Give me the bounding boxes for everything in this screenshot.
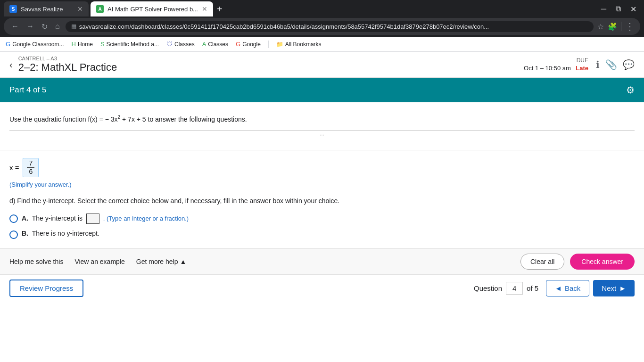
question-number-box: 4 [506, 282, 523, 295]
new-tab-button[interactable]: + [217, 4, 223, 15]
browser-chrome: S Savvas Realize ✕ A AI Math GPT Solver … [0, 0, 644, 52]
question-text: Use the quadratic function f(x) = − 3x2 … [9, 114, 635, 124]
option-b-row: B. There is no y-intercept. [9, 230, 635, 239]
sci-method-icon: S [100, 41, 105, 48]
bookmark-classes-1[interactable]: 🛡 Classes [166, 41, 195, 48]
next-label: Next [602, 284, 616, 292]
bookmark-google-classroom[interactable]: G Google Classroom... [6, 41, 64, 48]
google-classroom-icon: G [6, 41, 10, 48]
savvas-favicon: S [9, 5, 17, 13]
simplify-note: (Simplify your answer.) [9, 181, 635, 188]
answer-input[interactable] [86, 214, 99, 224]
back-label: Back [565, 284, 580, 292]
bookmark-google[interactable]: G Google [236, 41, 261, 48]
all-bookmarks-button[interactable]: 📁 All Bookmarks [276, 41, 322, 48]
classes2-icon: A [202, 41, 206, 48]
close-window-button[interactable]: ✕ [627, 5, 640, 14]
reload-button[interactable]: ↻ [40, 21, 50, 32]
header-left: ‹ CANTRELL – A3 2–2: MathXL Practice [9, 56, 117, 74]
tab-ai-math-close[interactable]: ✕ [202, 5, 207, 13]
clear-all-button[interactable]: Clear all [520, 254, 564, 270]
app-footer: Review Progress Question 4 of 5 ◄ Back N… [0, 274, 644, 302]
assignment-back-button[interactable]: ‹ [9, 59, 13, 70]
bottom-toolbar: Help me solve this View an example Get m… [0, 248, 644, 274]
app-header: ‹ CANTRELL – A3 2–2: MathXL Practice DUE… [0, 52, 644, 78]
class-label: CANTRELL – A3 [18, 56, 117, 61]
nav-buttons: ◄ Back Next ► [546, 280, 635, 296]
option-b-radio[interactable] [9, 230, 18, 239]
fraction-numerator: 7 [27, 159, 34, 168]
assignment-title: 2–2: MathXL Practice [18, 61, 117, 74]
home-bm-icon: H [72, 41, 76, 48]
question-counter: Question 4 of 5 [474, 282, 538, 295]
question-divider [9, 130, 635, 131]
bookmarks-separator [268, 41, 269, 48]
tab-savvas-close[interactable]: ✕ [77, 5, 83, 13]
check-answer-button[interactable]: Check answer [570, 254, 635, 270]
extensions-button[interactable]: 🧩 [608, 22, 617, 31]
browser-menu-button[interactable]: ⋮ [625, 21, 635, 32]
minimize-button[interactable]: ─ [597, 5, 610, 14]
due-label: DUE [524, 57, 588, 64]
toolbar-divider [621, 22, 621, 31]
tab-ai-math-label: AI Math GPT Solver Powered b... [107, 6, 198, 13]
header-right: DUE Oct 1 – 10:50 am Late ℹ 📎 💬 [524, 57, 635, 72]
sub-question-text: d) Find the y-intercept. Select the corr… [9, 196, 635, 206]
bookmark-classes-2[interactable]: A Classes [202, 41, 228, 48]
part-title: Part 4 of 5 [9, 85, 46, 95]
part-header: Part 4 of 5 ⚙ [0, 78, 644, 102]
tab-savvas[interactable]: S Savvas Realize ✕ [4, 1, 89, 16]
maximize-button[interactable]: ⧉ [612, 5, 625, 14]
ai-math-favicon: A [96, 5, 104, 13]
due-date: Oct 1 – 10:50 am [524, 65, 571, 72]
back-button[interactable]: ◄ Back [546, 280, 589, 296]
bookmark-home[interactable]: H Home [72, 41, 93, 48]
google-bm-icon: G [236, 41, 240, 48]
tab-bar: S Savvas Realize ✕ A AI Math GPT Solver … [0, 0, 644, 18]
bookmark-button[interactable]: ☆ [597, 22, 604, 31]
help-links: Help me solve this View an example Get m… [9, 258, 186, 265]
of-label: of 5 [527, 284, 538, 292]
fraction-box: 7 6 [23, 158, 39, 177]
divider-dots-label: ··· [316, 132, 328, 138]
settings-icon[interactable]: ⚙ [626, 84, 635, 96]
view-example-button[interactable]: View an example [74, 258, 124, 265]
late-badge: Late [576, 65, 588, 72]
action-buttons: Clear all Check answer [520, 254, 635, 270]
header-icons: ℹ 📎 💬 [596, 59, 635, 70]
attachment-icon[interactable]: 📎 [605, 59, 617, 70]
question-area: Use the quadratic function f(x) = − 3x2 … [0, 102, 644, 150]
back-nav-button[interactable]: ← [9, 21, 21, 32]
address-bar: ← → ↻ ⌂ ▦ savvasrealize.com/dashboard/cl… [4, 18, 640, 35]
next-chevron-icon: ► [619, 284, 626, 292]
forward-nav-button[interactable]: → [25, 21, 36, 32]
help-me-solve-button[interactable]: Help me solve this [9, 258, 63, 265]
answer-section: x = 7 6 (Simplify your answer.) d) Find … [0, 150, 644, 248]
classes1-icon: 🛡 [166, 41, 173, 48]
app-content: ‹ CANTRELL – A3 2–2: MathXL Practice DUE… [0, 52, 644, 362]
bookmark-scientific-method[interactable]: S Scientific Method a... [100, 41, 159, 48]
option-b-label: B. There is no y-intercept. [22, 230, 99, 237]
get-more-help-button[interactable]: Get more help ▲ [136, 258, 187, 265]
url-input[interactable]: ▦ savvasrealize.com/dashboard/classes/0c… [66, 21, 594, 32]
review-progress-button[interactable]: Review Progress [9, 280, 83, 297]
nav-controls: Question 4 of 5 ◄ Back Next ► [474, 280, 635, 296]
assignment-info: CANTRELL – A3 2–2: MathXL Practice [18, 56, 117, 74]
page-icon: ▦ [71, 23, 76, 30]
tab-savvas-label: Savvas Realize [21, 6, 63, 13]
chevron-up-icon: ▲ [180, 258, 186, 265]
option-b-letter: B. [22, 230, 28, 237]
info-icon[interactable]: ℹ [596, 59, 600, 70]
question-label: Question [474, 284, 502, 292]
fraction-denominator: 6 [27, 168, 34, 176]
chat-icon[interactable]: 💬 [623, 59, 635, 70]
option-a-letter: A. [22, 214, 28, 222]
next-button[interactable]: Next ► [593, 280, 635, 296]
home-button[interactable]: ⌂ [53, 21, 62, 32]
option-a-radio[interactable] [9, 214, 18, 223]
window-controls: ─ ⧉ ✕ [597, 5, 640, 14]
option-a-label: A. The y-intercept is . (Type an integer… [22, 214, 189, 224]
bookmarks-folder-icon: 📁 [276, 41, 283, 48]
x-equals-label: x = [9, 164, 19, 172]
tab-ai-math[interactable]: A AI Math GPT Solver Powered b... ✕ [91, 1, 213, 16]
